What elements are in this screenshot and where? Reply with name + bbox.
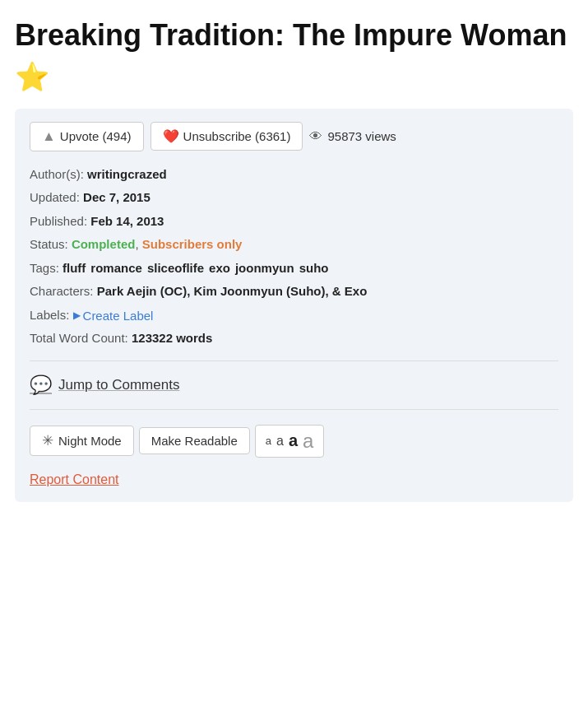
- wordcount-value: 123322 words: [132, 327, 212, 351]
- views-count: 95873 views: [327, 129, 396, 143]
- published-row: Published: Feb 14, 2013: [30, 210, 558, 234]
- star-icon: ⭐: [15, 60, 49, 94]
- make-readable-label: Make Readable: [151, 434, 238, 448]
- authors-row: Author(s): writingcrazed: [30, 163, 558, 187]
- characters-row: Characters: Park Aejin (OC), Kim Joonmyu…: [30, 280, 558, 304]
- font-size-controls: a a a a: [255, 425, 325, 458]
- status-separator: ,: [135, 233, 141, 257]
- report-section: Report Content: [30, 458, 558, 487]
- status-completed: Completed: [72, 233, 136, 257]
- upvote-arrow-icon: ▲: [42, 128, 56, 145]
- wordcount-label: Total Word Count:: [30, 327, 128, 351]
- characters-label: Characters:: [30, 280, 94, 304]
- jump-comments-label: Jump to Comments: [58, 377, 179, 393]
- page-title: Breaking Tradition: The Impure Woman ⭐: [15, 16, 573, 94]
- status-label: Status:: [30, 233, 68, 257]
- triangle-icon: ▶: [73, 309, 81, 321]
- authors-label: Author(s):: [30, 163, 84, 187]
- published-label: Published:: [30, 210, 87, 234]
- authors-value: writingcrazed: [87, 163, 167, 187]
- status-subscribers: Subscribers only: [142, 233, 243, 257]
- characters-value: Park Aejin (OC), Kim Joonmyun (Suho), & …: [97, 280, 368, 304]
- updated-value: Dec 7, 2015: [83, 186, 150, 210]
- unsubscribe-button[interactable]: ❤️ Unsubscribe (6361): [150, 122, 303, 151]
- tags-row: Tags: fluff romance sliceoflife exo joon…: [30, 257, 558, 281]
- jump-comments-button[interactable]: 💬 Jump to Comments: [30, 371, 179, 399]
- updated-row: Updated: Dec 7, 2015: [30, 186, 558, 210]
- night-mode-button[interactable]: ✳ Night Mode: [30, 426, 134, 456]
- divider-1: [30, 360, 558, 361]
- report-label: Report Content: [30, 472, 119, 486]
- upvote-label: Upvote (494): [60, 129, 132, 143]
- heart-icon: ❤️: [163, 128, 179, 144]
- tag-romance: romance: [90, 257, 142, 281]
- font-size-medium[interactable]: a: [276, 434, 284, 449]
- tag-sliceoflife: sliceoflife: [147, 257, 204, 281]
- report-content-button[interactable]: Report Content: [30, 472, 119, 487]
- eye-icon: 👁: [309, 129, 322, 144]
- wordcount-row: Total Word Count: 123322 words: [30, 327, 558, 351]
- views-text: 👁 95873 views: [309, 129, 396, 144]
- published-value: Feb 14, 2013: [90, 210, 164, 234]
- font-size-small[interactable]: a: [266, 435, 271, 447]
- tag-joonmyun: joonmyun: [235, 257, 294, 281]
- unsubscribe-label: Unsubscribe (6361): [183, 129, 291, 143]
- updated-label: Updated:: [30, 186, 80, 210]
- action-row: ▲ Upvote (494) ❤️ Unsubscribe (6361) 👁 9…: [30, 122, 558, 151]
- create-label-button[interactable]: ▶ Create Label: [73, 304, 154, 328]
- title-text: Breaking Tradition: The Impure Woman: [15, 16, 567, 53]
- font-size-xlarge[interactable]: a: [303, 430, 313, 453]
- bottom-actions: ✳ Night Mode Make Readable a a a a: [30, 421, 558, 458]
- upvote-button[interactable]: ▲ Upvote (494): [30, 122, 144, 151]
- page-container: Breaking Tradition: The Impure Woman ⭐ ▲…: [0, 0, 588, 519]
- tag-exo: exo: [209, 257, 230, 281]
- make-readable-button[interactable]: Make Readable: [139, 427, 250, 454]
- divider-2: [30, 409, 558, 410]
- tag-suho: suho: [299, 257, 329, 281]
- status-row: Status: Completed, Subscribers only: [30, 233, 558, 257]
- title-section: Breaking Tradition: The Impure Woman ⭐: [15, 16, 573, 94]
- tag-fluff: fluff: [63, 257, 86, 281]
- meta-section: Author(s): writingcrazed Updated: Dec 7,…: [30, 163, 558, 351]
- labels-row: Labels: ▶ Create Label: [30, 304, 558, 328]
- night-mode-label: Night Mode: [58, 434, 122, 448]
- tags-list: fluff romance sliceoflife exo joonmyun s…: [63, 257, 328, 281]
- labels-label: Labels:: [30, 304, 69, 328]
- comment-icon: 💬: [30, 374, 52, 396]
- info-card: ▲ Upvote (494) ❤️ Unsubscribe (6361) 👁 9…: [15, 109, 573, 502]
- jump-comments-section: 💬 Jump to Comments: [30, 371, 558, 399]
- tags-label: Tags:: [30, 257, 59, 281]
- sun-icon: ✳: [42, 432, 53, 449]
- font-size-large[interactable]: a: [289, 431, 298, 450]
- create-label-text: Create Label: [83, 309, 154, 323]
